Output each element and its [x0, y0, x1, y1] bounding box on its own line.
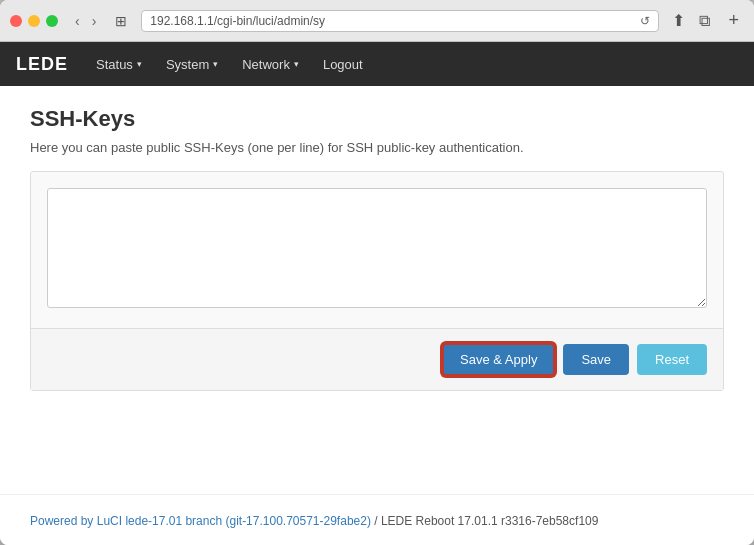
reload-button[interactable]: ↺: [640, 14, 650, 28]
brand-logo: LEDE: [16, 54, 68, 75]
router-ui: LEDE Status ▾ System ▾ Network ▾ Logout …: [0, 42, 754, 545]
duplicate-button[interactable]: ⧉: [694, 9, 715, 32]
tab-view-button[interactable]: ⊞: [109, 11, 133, 31]
toolbar-icons: ⬆ ⧉: [667, 9, 715, 32]
page-description: Here you can paste public SSH-Keys (one …: [30, 140, 724, 155]
footer-link[interactable]: Powered by LuCI lede-17.01 branch (git-1…: [30, 514, 371, 528]
ssh-keys-section: Save & Apply Save Reset: [30, 171, 724, 391]
browser-titlebar: ‹ › ⊞ 192.168.1.1/cgi-bin/luci/admin/sy …: [0, 0, 754, 42]
network-caret-icon: ▾: [294, 59, 299, 69]
page-title: SSH-Keys: [30, 106, 724, 132]
save-apply-button[interactable]: Save & Apply: [442, 343, 555, 376]
minimize-button[interactable]: [28, 15, 40, 27]
page-footer: Powered by LuCI lede-17.01 branch (git-1…: [0, 494, 754, 545]
system-caret-icon: ▾: [213, 59, 218, 69]
nav-arrows: ‹ ›: [70, 11, 101, 31]
nav-logout[interactable]: Logout: [311, 42, 375, 86]
traffic-lights: [10, 15, 58, 27]
share-button[interactable]: ⬆: [667, 9, 690, 32]
reset-button[interactable]: Reset: [637, 344, 707, 375]
status-caret-icon: ▾: [137, 59, 142, 69]
nav-status[interactable]: Status ▾: [84, 42, 154, 86]
address-bar: 192.168.1.1/cgi-bin/luci/admin/sy ↺: [141, 10, 659, 32]
ssh-keys-textarea[interactable]: [47, 188, 707, 308]
maximize-button[interactable]: [46, 15, 58, 27]
content-area: SSH-Keys Here you can paste public SSH-K…: [0, 86, 754, 494]
nav-system[interactable]: System ▾: [154, 42, 230, 86]
forward-button[interactable]: ›: [87, 11, 102, 31]
close-button[interactable]: [10, 15, 22, 27]
footer-text: / LEDE Reboot 17.01.1 r3316-7eb58cf109: [371, 514, 599, 528]
browser-window: ‹ › ⊞ 192.168.1.1/cgi-bin/luci/admin/sy …: [0, 0, 754, 545]
actions-bar: Save & Apply Save Reset: [31, 328, 723, 390]
ssh-keys-body: [31, 172, 723, 328]
save-button[interactable]: Save: [563, 344, 629, 375]
address-text: 192.168.1.1/cgi-bin/luci/admin/sy: [150, 14, 634, 28]
top-nav: LEDE Status ▾ System ▾ Network ▾ Logout: [0, 42, 754, 86]
nav-network[interactable]: Network ▾: [230, 42, 311, 86]
back-button[interactable]: ‹: [70, 11, 85, 31]
add-tab-button[interactable]: +: [723, 8, 744, 33]
